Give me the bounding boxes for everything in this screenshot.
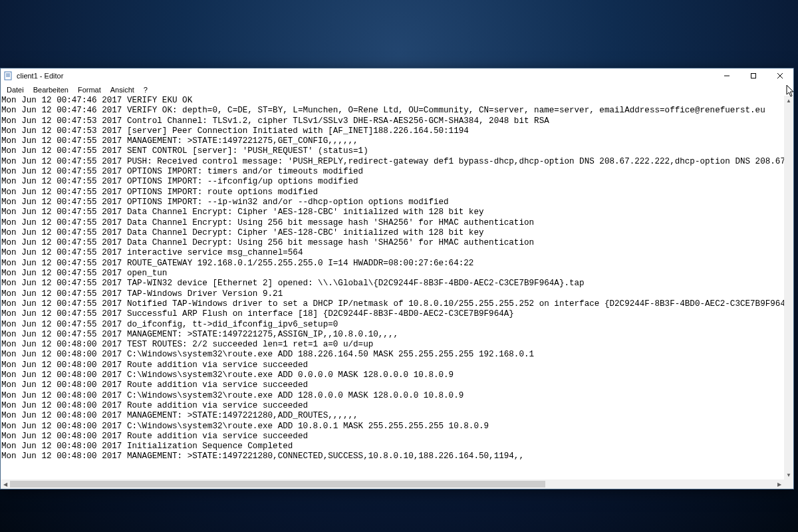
minimize-button[interactable] bbox=[714, 68, 740, 83]
editor-text-area[interactable]: Mon Jun 12 00:47:46 2017 VERIFY EKU OKMo… bbox=[1, 96, 784, 479]
vertical-scrollbar[interactable]: ▲ ▼ bbox=[784, 96, 793, 479]
log-line: Mon Jun 12 00:47:55 2017 do_ifconfig, tt… bbox=[1, 320, 783, 330]
log-line: Mon Jun 12 00:47:55 2017 OPTIONS IMPORT:… bbox=[1, 167, 783, 177]
log-line: Mon Jun 12 00:47:46 2017 VERIFY EKU OK bbox=[1, 96, 783, 106]
scroll-left-arrow-icon[interactable]: ◀ bbox=[1, 479, 10, 489]
log-line: Mon Jun 12 00:47:55 2017 TAP-Windows Dri… bbox=[1, 289, 783, 299]
log-line: Mon Jun 12 00:48:00 2017 Route addition … bbox=[1, 401, 783, 411]
log-line: Mon Jun 12 00:47:55 2017 MANAGEMENT: >ST… bbox=[1, 330, 783, 340]
log-line: Mon Jun 12 00:47:55 2017 PUSH: Received … bbox=[1, 157, 783, 167]
log-line: Mon Jun 12 00:48:00 2017 C:\Windows\syst… bbox=[1, 391, 783, 401]
log-line: Mon Jun 12 00:48:00 2017 Route addition … bbox=[1, 380, 783, 390]
log-line: Mon Jun 12 00:47:55 2017 Successful ARP … bbox=[1, 309, 783, 319]
log-line: Mon Jun 12 00:47:55 2017 Data Channel De… bbox=[1, 238, 783, 248]
menu-view[interactable]: Ansicht bbox=[106, 85, 139, 94]
scroll-up-arrow-icon[interactable]: ▲ bbox=[784, 96, 793, 105]
log-line: Mon Jun 12 00:48:00 2017 C:\Windows\syst… bbox=[1, 422, 783, 432]
log-line: Mon Jun 12 00:47:55 2017 Notified TAP-Wi… bbox=[1, 299, 783, 309]
horizontal-scroll-track[interactable] bbox=[10, 479, 775, 489]
close-icon bbox=[777, 72, 783, 79]
log-line: Mon Jun 12 00:47:53 2017 Control Channel… bbox=[1, 116, 783, 126]
log-line: Mon Jun 12 00:47:55 2017 Data Channel En… bbox=[1, 207, 783, 217]
scroll-corner bbox=[784, 479, 793, 489]
scroll-down-arrow-icon[interactable]: ▼ bbox=[784, 470, 793, 479]
log-line: Mon Jun 12 00:47:55 2017 OPTIONS IMPORT:… bbox=[1, 188, 783, 198]
log-line: Mon Jun 12 00:48:00 2017 MANAGEMENT: >ST… bbox=[1, 411, 783, 421]
maximize-icon bbox=[750, 72, 757, 79]
log-line: Mon Jun 12 00:47:55 2017 Data Channel En… bbox=[1, 218, 783, 228]
log-line: Mon Jun 12 00:47:55 2017 TAP-WIN32 devic… bbox=[1, 279, 783, 289]
log-line: Mon Jun 12 00:47:53 2017 [server] Peer C… bbox=[1, 126, 783, 136]
log-line: Mon Jun 12 00:47:55 2017 MANAGEMENT: >ST… bbox=[1, 136, 783, 146]
window-title: client1 - Editor bbox=[17, 72, 63, 80]
menu-file[interactable]: Datei bbox=[2, 85, 29, 94]
log-line: Mon Jun 12 00:47:55 2017 SENT CONTROL [s… bbox=[1, 146, 783, 156]
close-button[interactable] bbox=[767, 68, 793, 83]
menu-format[interactable]: Format bbox=[73, 85, 106, 94]
horizontal-scrollbar[interactable]: ◀ ▶ bbox=[1, 479, 784, 489]
log-line: Mon Jun 12 00:47:55 2017 OPTIONS IMPORT:… bbox=[1, 177, 783, 187]
menu-edit[interactable]: Bearbeiten bbox=[29, 85, 73, 94]
app-icon bbox=[3, 70, 14, 81]
log-line: Mon Jun 12 00:47:55 2017 open_tun bbox=[1, 269, 783, 279]
horizontal-scroll-thumb[interactable] bbox=[10, 481, 545, 487]
notepad-window: client1 - Editor Datei Bearbeiten Format… bbox=[0, 68, 794, 489]
svg-rect-5 bbox=[751, 74, 756, 78]
log-line: Mon Jun 12 00:48:00 2017 MANAGEMENT: >ST… bbox=[1, 452, 783, 462]
maximize-button[interactable] bbox=[740, 68, 767, 83]
editor-area-wrap: Mon Jun 12 00:47:46 2017 VERIFY EKU OKMo… bbox=[1, 96, 793, 489]
log-line: Mon Jun 12 00:48:00 2017 C:\Windows\syst… bbox=[1, 370, 783, 380]
log-line: Mon Jun 12 00:47:55 2017 interactive ser… bbox=[1, 248, 783, 258]
log-line: Mon Jun 12 00:48:00 2017 Route addition … bbox=[1, 360, 783, 370]
log-line: Mon Jun 12 00:47:55 2017 OPTIONS IMPORT:… bbox=[1, 198, 783, 207]
menubar: Datei Bearbeiten Format Ansicht ? bbox=[1, 83, 793, 96]
log-line: Mon Jun 12 00:47:55 2017 ROUTE_GATEWAY 1… bbox=[1, 259, 783, 269]
log-line: Mon Jun 12 00:47:55 2017 Data Channel De… bbox=[1, 228, 783, 238]
scroll-right-arrow-icon[interactable]: ▶ bbox=[775, 479, 784, 489]
minimize-icon bbox=[724, 72, 730, 79]
svg-rect-0 bbox=[5, 72, 11, 80]
vertical-scroll-track[interactable] bbox=[784, 105, 793, 470]
log-line: Mon Jun 12 00:47:46 2017 VERIFY OK: dept… bbox=[1, 106, 783, 116]
log-line: Mon Jun 12 00:48:00 2017 TEST ROUTES: 2/… bbox=[1, 340, 783, 350]
titlebar[interactable]: client1 - Editor bbox=[1, 68, 793, 83]
log-line: Mon Jun 12 00:48:00 2017 Initialization … bbox=[1, 442, 783, 452]
menu-help[interactable]: ? bbox=[139, 85, 152, 94]
log-line: Mon Jun 12 00:48:00 2017 C:\Windows\syst… bbox=[1, 350, 783, 360]
log-line: Mon Jun 12 00:48:00 2017 Route addition … bbox=[1, 432, 783, 442]
